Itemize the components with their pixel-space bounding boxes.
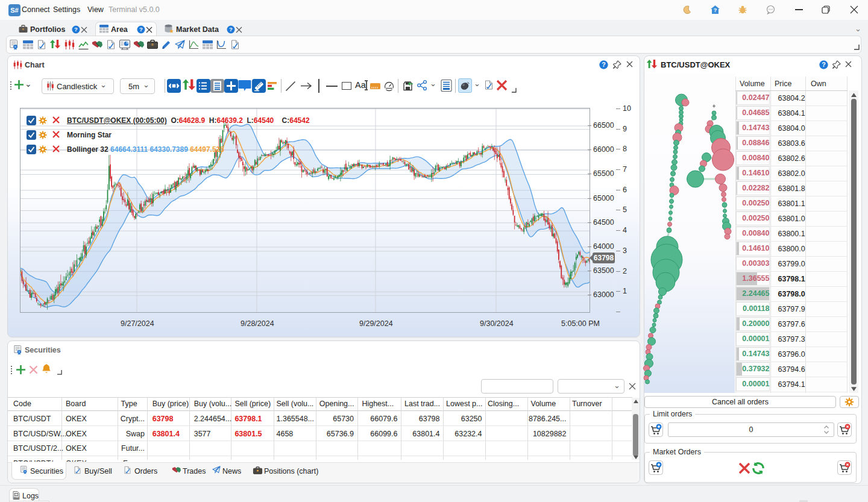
svg-text:?: ? (74, 26, 78, 33)
svg-text:?: ? (139, 26, 143, 33)
svg-text:?: ? (822, 61, 826, 68)
svg-text:LOG: LOG (14, 497, 19, 499)
svg-text:?: ? (714, 7, 717, 13)
svg-text:?: ? (229, 26, 233, 33)
svg-text:?: ? (602, 61, 606, 68)
